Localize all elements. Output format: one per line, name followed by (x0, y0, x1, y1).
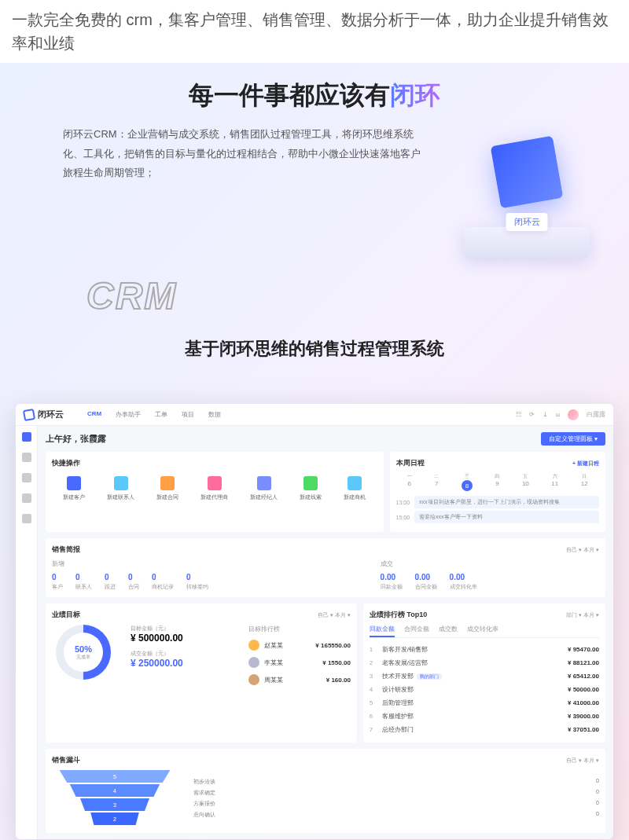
quick-action-item[interactable]: 新建代理商 (200, 476, 228, 501)
rank-amount: ¥ 1550.00 (322, 659, 351, 666)
brief-item[interactable]: 0.00 回款金额 (381, 573, 403, 591)
funnel-card: 销售漏斗 自己 ▾ 本月 ▾ 5432 初步洽谈0需求确定0方案报价0意向确认0 (46, 749, 605, 833)
sidebar-home-icon[interactable] (22, 432, 31, 442)
sidebar-customer-icon[interactable] (22, 453, 31, 462)
top10-tab[interactable]: 成交数 (439, 625, 458, 637)
brief-item[interactable]: 0.00 成交转化率 (450, 573, 477, 591)
bell-icon[interactable]: ⧇ (556, 411, 560, 419)
top-icons: ☷ ⟳ ⤓ ⧇ 白露露 (516, 409, 605, 420)
schedule-date[interactable]: 一 6 (407, 473, 412, 491)
schedule-item[interactable]: 15:00 需要给xxx客户寄一下资料 (396, 511, 599, 523)
target-num-label: 成交金额（元） (131, 650, 233, 658)
top10-tab[interactable]: 合同金额 (404, 625, 429, 637)
schedule-date[interactable]: 二 7 (434, 473, 439, 491)
schedule-date[interactable]: 五 10 (522, 473, 529, 491)
rank-item[interactable]: 赵某某 ¥ 165550.00 (248, 636, 351, 654)
top10-tab[interactable]: 成交转化率 (467, 625, 498, 637)
target-num-item: 成交金额（元） ¥ 250000.00 (131, 650, 233, 669)
avatar[interactable] (568, 409, 579, 420)
top10-amount: ¥ 95470.00 (568, 646, 599, 653)
quick-action-item[interactable]: 新建联系人 (107, 476, 134, 501)
rank-item[interactable]: 周某某 ¥ 160.00 (248, 671, 351, 688)
top10-row[interactable]: 3 技术开发部我的部门 ¥ 65412.00 (370, 669, 599, 683)
schedule-date[interactable]: 四 9 (495, 473, 499, 491)
calendar-icon[interactable]: ☷ (516, 411, 521, 418)
brief-label: 商机记录 (152, 583, 174, 591)
brief-item[interactable]: 0 商机记录 (152, 573, 174, 591)
nav-crm[interactable]: CRM (87, 410, 101, 419)
refresh-icon[interactable]: ⟳ (529, 411, 535, 418)
target-donut-chart: 50% 完成率 (56, 625, 111, 680)
brief-value: 0 (52, 573, 63, 581)
brief-item[interactable]: 0 联系人 (75, 573, 92, 591)
top10-index: 2 (370, 659, 377, 666)
brief-item[interactable]: 0 跟进 (105, 573, 116, 591)
crm-watermark: CRM (24, 274, 605, 317)
logo[interactable]: 闭环云 (24, 409, 64, 420)
brief-label: 跟进 (105, 583, 116, 591)
target-num-item: 目标金额（元） ¥ 500000.00 (131, 625, 233, 644)
download-icon[interactable]: ⤓ (543, 411, 548, 418)
quick-action-item[interactable]: 新建客户 (63, 476, 85, 501)
schedule-item[interactable]: 13:00 xxx项目到达客户那里，进行一下上门演示，现场资料搜集 (396, 496, 599, 508)
nav-data[interactable]: 数据 (208, 410, 221, 419)
sidebar-data-icon[interactable] (22, 493, 31, 503)
hero-title: 每一件事都应该有闭环 (24, 79, 605, 113)
schedule-date[interactable]: 日 12 (581, 473, 588, 491)
nav-assistant[interactable]: 办事助手 (116, 410, 141, 419)
rank-name: 李某某 (264, 658, 318, 667)
top10-row[interactable]: 7 总经办部门 ¥ 37051.00 (370, 723, 599, 736)
quick-actions-card: 快捷操作 新建客户 新建联系人 新建合同 新建代理商 新建经纪人 新建线索 新建… (46, 452, 384, 532)
schedule-time: 13:00 (396, 500, 410, 505)
brief-group1-title: 新增 (52, 559, 381, 568)
brand-name: 闭环云 (38, 409, 64, 420)
brief-label: 客户 (52, 583, 63, 591)
username[interactable]: 白露露 (587, 410, 605, 419)
top10-filters[interactable]: 部门 ▾ 本月 ▾ (566, 611, 599, 619)
hero-subtitle: 基于闭环思维的销售过程管理系统 (24, 337, 605, 361)
hero-illustration: 闭环云 (448, 125, 605, 266)
schedule-date[interactable]: 六 11 (551, 473, 558, 491)
quick-action-item[interactable]: 新建线索 (300, 476, 322, 501)
funnel-side-item: 意向确认0 (193, 809, 599, 820)
nav-ticket[interactable]: 工单 (155, 410, 167, 419)
brief-value: 0 (152, 573, 174, 581)
greeting: 上午好，张霞露 (46, 433, 106, 445)
sidebar-contract-icon[interactable] (22, 473, 31, 482)
add-schedule-button[interactable]: + 新建日程 (572, 460, 599, 468)
sidebar-settings-icon[interactable] (22, 514, 31, 523)
top10-row[interactable]: 1 新客开发/销售部 ¥ 95470.00 (370, 643, 599, 656)
top10-row[interactable]: 6 客服维护部 ¥ 39000.00 (370, 710, 599, 723)
schedule-date[interactable]: 三 8 (462, 473, 473, 491)
funnel-filters[interactable]: 自己 ▾ 本月 ▾ (566, 757, 599, 765)
quick-action-item[interactable]: 新建合同 (156, 476, 178, 501)
top10-row[interactable]: 2 老客发展/运营部 ¥ 88121.00 (370, 656, 599, 669)
hero-description: 闭环云CRM：企业营销与成交系统，销售团队过程管理工具，将闭环思维系统化、工具化… (24, 125, 425, 183)
funnel-step: 3 (75, 798, 154, 811)
brief-item[interactable]: 0 转移签约 (186, 573, 208, 591)
brief-item[interactable]: 0.00 合同金额 (415, 573, 437, 591)
target-num-label: 目标金额（元） (131, 625, 233, 633)
top10-amount: ¥ 88121.00 (568, 659, 599, 666)
rank-item[interactable]: 李某某 ¥ 1550.00 (248, 654, 351, 671)
top10-name: 客服维护部 (382, 712, 563, 721)
quick-action-label: 新建代理商 (200, 493, 228, 501)
brief-value: 0.00 (450, 573, 477, 581)
brief-item[interactable]: 0 合同 (128, 573, 139, 591)
target-filters[interactable]: 自己 ▾ 本月 ▾ (318, 611, 351, 619)
top10-tab[interactable]: 回款金额 (370, 625, 395, 637)
brief-item[interactable]: 0 客户 (52, 573, 63, 591)
top10-row[interactable]: 4 设计研发部 ¥ 50000.00 (370, 683, 599, 696)
nav-project[interactable]: 项目 (182, 410, 194, 419)
quick-action-item[interactable]: 新建商机 (344, 476, 366, 501)
target-num-value: ¥ 500000.00 (131, 633, 233, 644)
brief-filters[interactable]: 自己 ▾ 本月 ▾ (566, 546, 599, 554)
top10-row[interactable]: 5 后勤管理部 ¥ 41000.00 (370, 696, 599, 710)
brief-value: 0 (128, 573, 139, 581)
top10-name: 技术开发部我的部门 (382, 672, 563, 680)
top10-index: 1 (370, 646, 377, 653)
quick-action-item[interactable]: 新建经纪人 (250, 476, 278, 501)
customize-panel-button[interactable]: 自定义管理面板 ▾ (541, 432, 605, 446)
quick-actions-title: 快捷操作 (52, 458, 377, 468)
page-intro: 一款完全免费的 crm，集客户管理、销售管理、数据分析于一体，助力企业提升销售效… (0, 0, 629, 63)
